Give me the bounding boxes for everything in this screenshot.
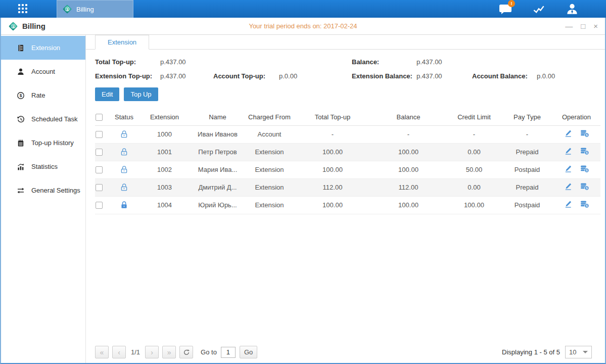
balance-label: Balance: — [352, 58, 416, 66]
name-cell: Дмитрий Д... — [191, 178, 244, 196]
top-up-coins-icon[interactable]: $ — [580, 200, 589, 208]
messages-icon[interactable]: ! — [498, 3, 513, 15]
pay-type-cell: - — [502, 125, 552, 143]
goto-page-input[interactable] — [221, 347, 236, 358]
extension-cell: 1001 — [138, 143, 191, 161]
row-checkbox[interactable] — [96, 131, 103, 138]
edit-button[interactable]: Edit — [95, 87, 119, 101]
account-balance-label: Account Balance: — [472, 72, 537, 80]
select-all-checkbox[interactable] — [96, 114, 103, 121]
operation-cell: $ — [552, 161, 600, 178]
col-operation: Operation — [552, 109, 600, 125]
unlocked-icon — [120, 130, 128, 139]
exchange-arrows-icon — [17, 187, 25, 195]
ledger-icon — [17, 44, 25, 52]
account-balance-value: p.0.00 — [537, 72, 598, 80]
apps-grid-icon[interactable] — [18, 4, 27, 13]
last-page-button[interactable]: » — [162, 346, 176, 358]
total-topup-cell: 112.00 — [295, 178, 370, 196]
go-button[interactable]: Go — [240, 346, 257, 358]
status-cell — [110, 178, 138, 196]
row-checkbox[interactable] — [96, 184, 103, 191]
taskbar-tab-billing[interactable]: $ Billing — [57, 0, 133, 18]
svg-text:$: $ — [586, 168, 588, 172]
close-button[interactable]: × — [593, 22, 598, 30]
prev-page-button[interactable]: ‹ — [112, 346, 126, 358]
edit-pencil-icon[interactable] — [564, 165, 572, 173]
balance-cell: 112.00 — [370, 178, 446, 196]
sidebar-item-rate[interactable]: $ Rate — [1, 83, 85, 107]
trial-notice: Your trial period ends on: 2017-02-24 — [1, 22, 605, 30]
extension-cell: 1004 — [138, 196, 191, 214]
notification-badge: ! — [508, 0, 515, 7]
status-cell — [110, 161, 138, 178]
status-cell — [110, 125, 138, 143]
history-clock-icon — [17, 115, 25, 123]
sidebar-item-label: Scheduled Task — [31, 115, 78, 123]
minimize-button[interactable]: — — [565, 22, 573, 30]
svg-text:$: $ — [586, 204, 588, 207]
sidebar-item-label: Extension — [31, 44, 60, 52]
unlocked-icon — [120, 183, 128, 192]
page-size-select[interactable]: 10 — [565, 346, 592, 358]
extension-topup-value: p.437.00 — [160, 72, 213, 80]
extension-cell: 1002 — [138, 161, 191, 178]
action-buttons: Edit Top Up — [95, 87, 605, 101]
pay-type-cell: Prepaid — [502, 143, 552, 161]
balance-cell: - — [370, 125, 446, 143]
sidebar-item-statistics[interactable]: Statistics — [1, 155, 85, 178]
sidebar-item-general-settings[interactable]: General Settings — [1, 178, 85, 202]
col-extension: Extension — [138, 109, 191, 125]
sidebar-item-label: Account — [31, 68, 55, 75]
statistics-icon[interactable] — [531, 3, 546, 15]
operation-cell: $ — [552, 125, 600, 143]
refresh-button[interactable] — [179, 346, 193, 358]
unlocked-icon — [120, 148, 128, 156]
sidebar-item-label: Top-up History — [31, 139, 74, 147]
bar-chart-icon — [17, 163, 25, 171]
sidebar-item-label: Statistics — [31, 163, 58, 170]
first-page-button[interactable]: « — [95, 346, 109, 358]
notebook-icon — [17, 139, 25, 147]
top-up-coins-icon[interactable]: $ — [580, 165, 589, 173]
edit-pencil-icon[interactable] — [564, 183, 572, 191]
row-checkbox[interactable] — [96, 166, 103, 173]
maximize-button[interactable]: □ — [581, 22, 585, 30]
pay-type-cell: Postpaid — [502, 161, 552, 178]
line-chart-icon — [532, 4, 546, 15]
table-row: 1003 Дмитрий Д... Extension 112.00 112.0… — [95, 178, 600, 196]
top-up-coins-icon[interactable]: $ — [580, 147, 589, 155]
edit-pencil-icon[interactable] — [564, 147, 572, 155]
col-total-topup: Total Top-up — [295, 109, 370, 125]
locked-icon — [120, 201, 128, 209]
total-topup-cell: - — [295, 125, 370, 143]
sidebar-item-scheduled-task[interactable]: Scheduled Task — [1, 107, 85, 131]
svg-text:$: $ — [586, 186, 588, 190]
row-checkbox[interactable] — [96, 202, 103, 209]
charged-from-cell: Account — [244, 125, 295, 143]
edit-pencil-icon[interactable] — [564, 200, 572, 208]
svg-text:$: $ — [20, 93, 22, 98]
tab-extension[interactable]: Extension — [95, 35, 149, 50]
pay-type-cell: Postpaid — [502, 196, 552, 214]
sidebar-item-account[interactable]: Account — [1, 60, 85, 83]
status-cell — [110, 196, 138, 214]
top-up-coins-icon[interactable]: $ — [580, 129, 589, 138]
charged-from-cell: Extension — [244, 161, 295, 178]
balance-cell: 100.00 — [370, 143, 446, 161]
sidebar-item-topup-history[interactable]: Top-up History — [1, 131, 85, 155]
edit-pencil-icon[interactable] — [564, 129, 572, 138]
name-cell: Петр Петров — [191, 143, 244, 161]
next-page-button[interactable]: › — [145, 346, 159, 358]
balance-cell: 100.00 — [370, 196, 446, 214]
row-checkbox[interactable] — [96, 149, 103, 156]
user-icon[interactable] — [565, 3, 580, 15]
topup-summary: Total Top-up: p.437.00 Balance: p.437.00… — [95, 58, 598, 80]
balance-cell: 100.00 — [370, 161, 446, 178]
credit-limit-cell: 50.00 — [446, 161, 502, 178]
top-up-coins-icon[interactable]: $ — [580, 183, 589, 191]
table-header-row: Status Extension Name Charged From Total… — [95, 109, 600, 125]
sidebar-item-extension[interactable]: Extension — [1, 36, 85, 60]
top-up-button[interactable]: Top Up — [124, 87, 158, 101]
taskbar-tab-label: Billing — [76, 6, 94, 13]
